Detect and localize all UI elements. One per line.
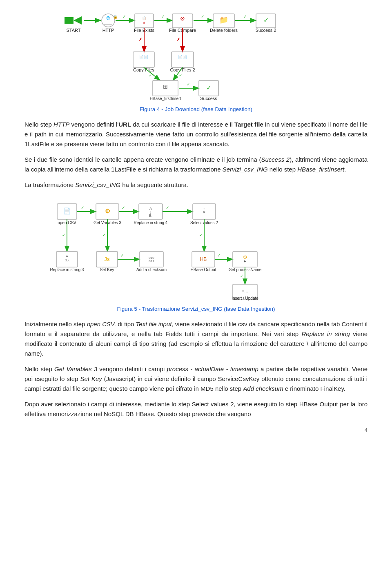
svg-text:✓: ✓	[149, 73, 152, 78]
paragraph-4: Inizialmente nello step open CSV, di tip…	[24, 319, 368, 359]
svg-text:Delete folders: Delete folders	[210, 28, 238, 33]
svg-text:✗: ✗	[177, 37, 180, 42]
figure2-caption: Figura 5 - Trasformazione Servizi_csv_IN…	[24, 306, 368, 312]
svg-text:Replace in string 4: Replace in string 4	[134, 221, 168, 225]
success-node: ✓ Success	[199, 80, 218, 101]
svg-text:📄📄: 📄📄	[139, 54, 149, 59]
svg-text:📄📄: 📄📄	[178, 54, 187, 59]
figure1-caption: Figura 4 - Job Download (fase Data Inges…	[24, 106, 368, 112]
svg-rect-1	[65, 17, 74, 24]
svg-text:B.: B.	[149, 214, 153, 218]
paragraph-2: Se i due file sono identici le cartelle …	[24, 155, 368, 174]
add-checksum-node: 010 011 Add a checksum	[136, 252, 167, 272]
svg-text:✓: ✓	[243, 14, 247, 19]
paragraph-3: La trasformazione Servizi_csv_ING ha la …	[24, 180, 368, 190]
svg-text:Success 2: Success 2	[256, 28, 276, 33]
svg-text:✓: ✓	[201, 14, 204, 19]
svg-text:Js: Js	[105, 256, 110, 262]
svg-text:Replace in string 3: Replace in string 3	[50, 267, 84, 272]
diagram2-container: 📄 open CSV ⚙ Get Variables 3 A ↕ B. Repl…	[24, 196, 368, 302]
diagram1-container: START 🌐 HTTP 🔒 ✓ 📋 ⊗ File Exists ✓	[24, 8, 368, 102]
svg-text:⊗: ⊗	[143, 21, 145, 24]
svg-text:Add a checksum: Add a checksum	[136, 267, 167, 272]
svg-rect-37	[172, 52, 194, 67]
svg-text:✓: ✓	[217, 253, 220, 258]
svg-text:✓: ✓	[166, 205, 169, 210]
svg-text:✓: ✓	[206, 84, 212, 91]
replace-string-4-node: A ↕ B. Replace in string 4	[134, 204, 168, 225]
svg-text:HBase Output: HBase Output	[191, 267, 216, 272]
svg-marker-0	[74, 16, 82, 25]
svg-text:✓: ✓	[62, 233, 65, 237]
svg-text:✕: ✕	[203, 210, 206, 214]
svg-text:011: 011	[149, 259, 154, 263]
paragraph-1: Nello step HTTP vengono definiti l'URL d…	[24, 120, 368, 149]
svg-text:🔒: 🔒	[113, 14, 118, 19]
svg-text:≡…: ≡…	[242, 289, 248, 293]
success2-node: ✓ Success 2	[256, 14, 276, 33]
svg-text:⊞: ⊞	[163, 83, 168, 90]
svg-text:✓: ✓	[161, 14, 165, 19]
diagram1-svg: START 🌐 HTTP 🔒 ✓ 📋 ⊗ File Exists ✓	[29, 8, 363, 102]
svg-text:✓: ✓	[263, 17, 269, 24]
svg-text:HB: HB	[200, 256, 207, 262]
svg-text:⊗: ⊗	[180, 15, 185, 22]
svg-text:✓: ✓	[240, 274, 243, 278]
replace-string-3-node: A ↕B. Replace in string 3	[50, 252, 84, 272]
svg-rect-32	[133, 52, 154, 67]
page-number: 4	[24, 427, 368, 433]
svg-text:✓: ✓	[187, 82, 190, 87]
svg-text:✓: ✓	[122, 205, 125, 210]
svg-text:✓: ✓	[120, 253, 124, 258]
paragraph-6: Dopo aver selezionato i campi di interes…	[24, 399, 368, 419]
svg-text:HTTP: HTTP	[102, 28, 114, 33]
hbase-firstinsert-node: ⊞ HBase_firstInsert	[150, 80, 181, 101]
svg-text:📋: 📋	[142, 16, 146, 20]
svg-text:⚙: ⚙	[105, 207, 110, 214]
svg-text:↕B.: ↕B.	[64, 258, 69, 262]
svg-text:START: START	[66, 28, 80, 33]
set-key-node: Js Set Key	[96, 252, 118, 272]
delete-folders-node: 📁 Delete folders	[210, 14, 238, 33]
diagram2-svg: 📄 open CSV ⚙ Get Variables 3 A ↕ B. Repl…	[29, 196, 363, 302]
copy-files-node: 📄📄 Copy Files	[133, 52, 154, 72]
svg-text:✓: ✓	[179, 73, 182, 78]
svg-text:📄: 📄	[63, 207, 71, 215]
svg-text:HBase_firstInsert: HBase_firstInsert	[150, 96, 181, 101]
svg-rect-6	[104, 24, 112, 25]
hbase-output-node: HB HBase Output	[191, 252, 216, 272]
svg-text:✓: ✓	[81, 205, 84, 210]
svg-text:✗: ✗	[139, 37, 142, 42]
svg-text:✓: ✓	[199, 233, 203, 237]
start-node: START	[65, 16, 82, 33]
svg-text:🌐: 🌐	[106, 16, 110, 20]
svg-text:Copy Files 2: Copy Files 2	[170, 67, 195, 72]
svg-text:▶: ▶	[244, 259, 247, 263]
svg-text:Copy Files: Copy Files	[133, 67, 154, 72]
insert-update-node: ≡… Insert / Update	[232, 284, 258, 301]
svg-text:Set Key: Set Key	[100, 267, 114, 272]
svg-text:Insert / Update: Insert / Update	[232, 296, 258, 301]
svg-text:✓: ✓	[122, 14, 126, 19]
svg-text:✓: ✓	[102, 233, 106, 237]
copy-files-2-node: 📄📄 Copy Files 2	[170, 52, 195, 72]
svg-text:📁: 📁	[219, 16, 229, 25]
svg-text:Success: Success	[200, 96, 217, 101]
paragraph-5: Nello step Get Variables 3 vengono defin…	[24, 364, 368, 394]
